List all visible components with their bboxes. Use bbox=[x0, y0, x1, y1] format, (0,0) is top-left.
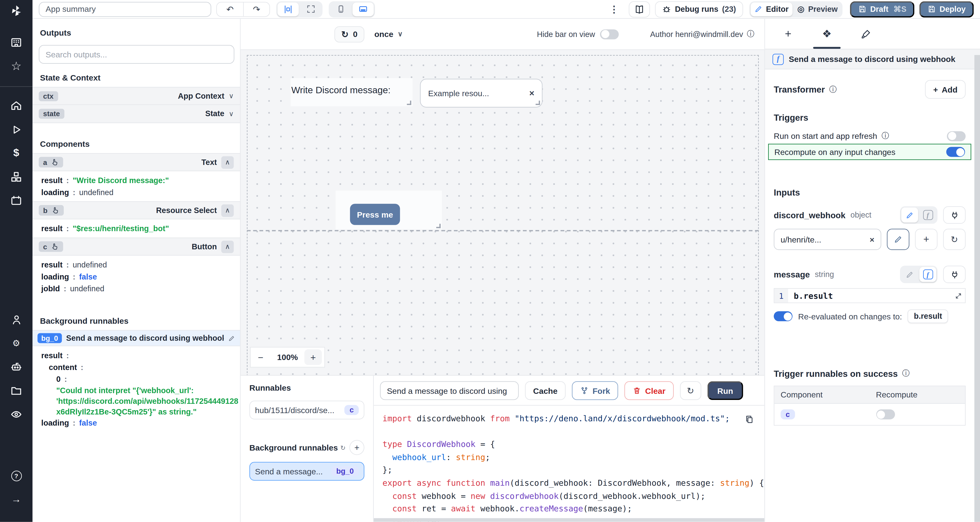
code-editor[interactable]: import discordwebhook from "https://deno… bbox=[374, 405, 765, 522]
component-row-b[interactable]: b Resource Select ∧ bbox=[32, 201, 240, 220]
copy-code-icon[interactable] bbox=[744, 414, 754, 425]
resize-handle[interactable] bbox=[536, 101, 540, 105]
info-icon[interactable]: ⓘ bbox=[902, 368, 910, 379]
debug-runs-button[interactable]: Debug runs (23) bbox=[655, 1, 743, 17]
clear-resource-icon[interactable]: × bbox=[870, 235, 874, 244]
run-button[interactable]: Run bbox=[707, 381, 743, 400]
docs-book-button[interactable] bbox=[628, 1, 650, 17]
resize-handle[interactable] bbox=[407, 101, 411, 105]
recompute-toggle[interactable] bbox=[946, 147, 965, 157]
resources-cubes-icon[interactable] bbox=[10, 170, 22, 183]
tab-preview[interactable]: ◎ Preview bbox=[794, 2, 842, 16]
resource-picker[interactable]: u/henri/te... × bbox=[774, 229, 881, 250]
favorites-star-icon[interactable]: ☆ bbox=[11, 60, 22, 72]
static-pencil-mode[interactable] bbox=[901, 267, 918, 282]
workspace-icon[interactable] bbox=[10, 36, 22, 49]
horizontal-scrollbar[interactable] bbox=[374, 518, 765, 522]
audit-eye-icon[interactable] bbox=[10, 408, 22, 420]
search-outputs-input[interactable] bbox=[39, 45, 234, 64]
chevron-up-icon[interactable]: ∧ bbox=[221, 240, 234, 253]
button-component-c[interactable]: Press me bbox=[336, 191, 442, 229]
add-resource-button[interactable]: + bbox=[915, 229, 937, 250]
runnable-item-bg0-selected[interactable]: Send a message... bg_0 bbox=[249, 462, 364, 481]
bg0-loading: loading:false bbox=[32, 417, 240, 429]
collapse-arrow-icon[interactable]: → bbox=[11, 493, 21, 506]
text-component-a[interactable]: Write Discord message: bbox=[291, 78, 412, 106]
zoom-in-button[interactable]: + bbox=[304, 349, 322, 365]
chevron-up-icon[interactable]: ∧ bbox=[221, 204, 234, 216]
schedules-calendar-icon[interactable] bbox=[10, 194, 22, 207]
static-pencil-mode[interactable] bbox=[901, 208, 918, 223]
refresh-resource-button[interactable]: ↻ bbox=[943, 229, 966, 250]
resize-handle[interactable] bbox=[436, 224, 441, 228]
more-menu-icon[interactable]: ⋮ bbox=[609, 3, 619, 15]
transformer-row: Transformer ⓘ +Add bbox=[774, 80, 966, 99]
mobile-view-button[interactable] bbox=[330, 2, 352, 16]
output-row-ctx[interactable]: ctx App Context ∨ bbox=[32, 87, 240, 105]
tab-component-settings[interactable]: ❖ bbox=[808, 19, 846, 49]
schedule-dropdown[interactable]: once ∨ bbox=[374, 29, 402, 38]
resource-select-component-b[interactable]: Example resou... × bbox=[420, 79, 542, 108]
expand-editor-icon[interactable] bbox=[952, 290, 964, 302]
message-expression-editor[interactable]: 1 b.result bbox=[774, 288, 966, 303]
variables-dollar-icon[interactable]: $ bbox=[13, 147, 19, 159]
settings-gear-icon[interactable]: ⚙ bbox=[12, 337, 20, 349]
chevron-down-icon[interactable]: ∨ bbox=[229, 110, 234, 118]
edit-resource-button[interactable] bbox=[887, 229, 909, 250]
runnable-name-input[interactable] bbox=[380, 381, 519, 400]
runnable-item-c[interactable]: hub/1511/discord/se... c bbox=[249, 401, 364, 419]
refresh-code-button[interactable]: ↻ bbox=[680, 381, 701, 400]
windmill-logo-icon[interactable] bbox=[9, 2, 23, 20]
app-canvas[interactable]: Write Discord message: Example resou... … bbox=[241, 50, 765, 375]
info-icon[interactable]: ⓘ bbox=[829, 84, 837, 95]
home-icon[interactable] bbox=[10, 99, 22, 112]
users-person-icon[interactable] bbox=[10, 313, 22, 326]
fork-button[interactable]: Fork bbox=[572, 381, 618, 400]
redo-button[interactable]: ↷ bbox=[243, 2, 269, 16]
connect-plug-button[interactable] bbox=[943, 266, 966, 283]
input-mode-segment: f bbox=[900, 206, 937, 224]
fullscreen-button[interactable] bbox=[300, 2, 321, 16]
center-align-button[interactable] bbox=[277, 2, 299, 16]
tab-styling[interactable] bbox=[846, 19, 885, 49]
clear-button[interactable]: Clear bbox=[625, 381, 673, 400]
connect-plug-button[interactable] bbox=[943, 206, 966, 224]
vertical-scrollbar[interactable] bbox=[974, 55, 980, 522]
desktop-view-button[interactable] bbox=[353, 2, 374, 16]
clear-selection-icon[interactable]: × bbox=[529, 88, 535, 98]
tab-editor[interactable]: Editor bbox=[751, 2, 792, 16]
add-background-runnable-button[interactable]: + bbox=[349, 440, 364, 455]
reevaluate-toggle[interactable] bbox=[774, 311, 792, 321]
info-icon[interactable]: ⓘ bbox=[881, 130, 889, 141]
field-name: message bbox=[774, 270, 810, 279]
reevaluate-target-badge[interactable]: b.result bbox=[908, 309, 948, 323]
eval-fn-mode[interactable]: f bbox=[920, 267, 936, 282]
refresh-count-button[interactable]: ↻ 0 bbox=[334, 26, 364, 42]
deploy-button[interactable]: Deploy bbox=[920, 1, 974, 17]
folders-icon[interactable] bbox=[10, 384, 22, 397]
runs-play-icon[interactable] bbox=[10, 123, 22, 136]
hide-bar-toggle[interactable] bbox=[600, 29, 619, 39]
info-icon[interactable]: ⓘ bbox=[747, 29, 754, 40]
cache-button[interactable]: Cache bbox=[525, 381, 566, 400]
help-icon[interactable]: ? bbox=[11, 469, 22, 482]
recompute-c-toggle[interactable] bbox=[876, 409, 895, 419]
eval-fn-mode[interactable]: f bbox=[920, 208, 936, 223]
undo-button[interactable]: ↶ bbox=[217, 2, 243, 16]
chevron-down-icon[interactable]: ∨ bbox=[229, 92, 234, 100]
zoom-out-button[interactable]: − bbox=[251, 347, 270, 367]
app-summary-input[interactable] bbox=[39, 2, 211, 17]
press-me-button[interactable]: Press me bbox=[350, 204, 400, 225]
tab-insert-component[interactable]: + bbox=[769, 19, 808, 49]
output-row-state[interactable]: state State ∨ bbox=[32, 105, 240, 123]
background-runnable-row[interactable]: bg_0 Send a message to discord using web… bbox=[32, 330, 240, 346]
draft-button[interactable]: Draft ⌘S bbox=[850, 1, 915, 17]
component-row-c[interactable]: c Button ∧ bbox=[32, 237, 240, 256]
resource-select-box[interactable]: Example resou... × bbox=[420, 79, 542, 108]
component-row-a[interactable]: a Text ∧ bbox=[32, 153, 240, 171]
edit-pencil-icon[interactable] bbox=[228, 334, 235, 341]
run-on-start-toggle[interactable] bbox=[947, 131, 966, 141]
add-transformer-button[interactable]: +Add bbox=[925, 80, 966, 99]
chevron-up-icon[interactable]: ∧ bbox=[221, 156, 234, 168]
workers-robot-icon[interactable] bbox=[10, 361, 22, 373]
